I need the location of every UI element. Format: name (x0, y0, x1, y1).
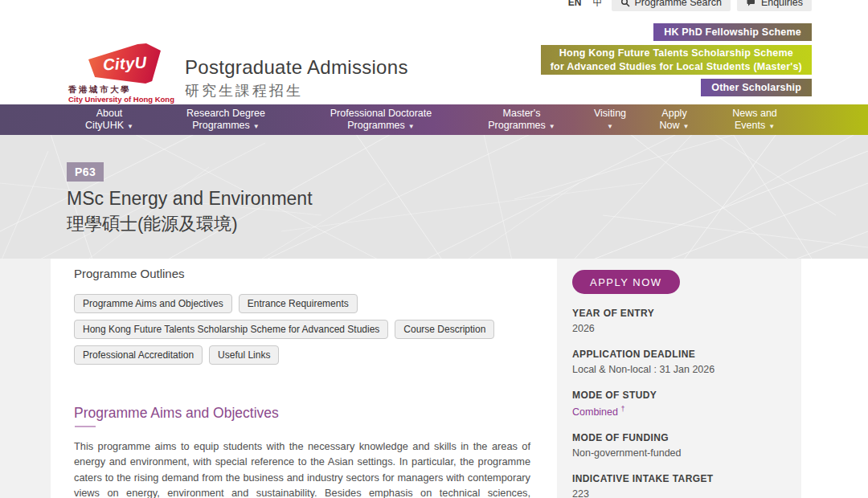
scholarship-banner-stack: HK PhD Fellowship Scheme Hong Kong Futur… (541, 23, 812, 96)
section-heading-aims-objectives: Programme Aims and Objectives (74, 405, 279, 422)
nav-label: Research Degree (186, 108, 265, 120)
nav-label: About (96, 108, 123, 120)
programme-code-badge: P63 (67, 162, 104, 182)
language-zh-link[interactable]: 中 (591, 0, 605, 10)
programme-aims-paragraph: This programme aims to equip students wi… (74, 439, 530, 498)
field-indicative-intake-target: INDICATIVE INTAKE TARGET 223 (572, 473, 786, 498)
future-talents-line2: for Advanced Studies for Local Students … (551, 61, 802, 72)
cityu-logo-chinese-name: 香港城市大學 (68, 84, 131, 96)
outline-button-professional-accreditation[interactable]: Professional Accreditation (74, 345, 203, 365)
apply-now-button[interactable]: APPLY NOW (572, 270, 680, 294)
field-value: 223 (572, 488, 786, 498)
nav-label: Programmes▼ (347, 120, 414, 133)
nav-label: Programmes▼ (192, 120, 259, 133)
enquiries-button[interactable]: Enquiries (737, 0, 812, 11)
programme-title: MSc Energy and Environment (67, 188, 313, 210)
left-gutter (0, 259, 51, 498)
programme-search-label: Programme Search (635, 0, 722, 8)
field-label: MODE OF FUNDING (572, 432, 786, 443)
programme-hero-banner: P63 MSc Energy and Environment 理學碩士(能源及環… (0, 135, 868, 259)
chevron-down-icon: ▼ (549, 123, 555, 130)
field-value: 2026 (572, 323, 786, 334)
nav-label: News and (732, 108, 777, 120)
nav-label: ▼ (607, 120, 613, 133)
dagger-footnote-marker: † (620, 405, 624, 413)
future-talents-scholarship-button[interactable]: Hong Kong Future Talents Scholarship Sch… (541, 45, 812, 75)
other-scholarship-button[interactable]: Other Scholarship (701, 79, 812, 96)
chevron-down-icon: ▼ (253, 123, 260, 130)
field-value: Local & Non-local : 31 Jan 2026 (572, 364, 786, 375)
outline-button-useful-links[interactable]: Useful Links (209, 345, 279, 365)
search-icon (620, 0, 630, 7)
field-value: Combined † (572, 405, 786, 418)
nav-label: Visiting (594, 108, 626, 120)
content-area: Programme Outlines Programme Aims and Ob… (0, 259, 868, 498)
outline-button-aims-objectives[interactable]: Programme Aims and Objectives (74, 294, 232, 313)
programme-title-chinese: 理學碩士(能源及環境) (67, 212, 238, 236)
nav-item-visiting[interactable]: Visiting ▼ (594, 104, 626, 135)
outline-button-entrance-requirements[interactable]: Entrance Requirements (239, 294, 358, 313)
outline-button-course-description[interactable]: Course Description (395, 320, 494, 339)
nav-item-about-cityuhk[interactable]: About CityUHK▼ (85, 104, 133, 135)
nav-label: Professional Doctorate (330, 108, 432, 120)
nav-label: Events▼ (735, 120, 775, 133)
cityu-logo-mark: CityU (88, 43, 161, 84)
nav-label: Programmes▼ (488, 120, 555, 133)
chevron-down-icon: ▼ (607, 123, 613, 130)
cityu-logo-english-name: City University of Hong Kong (68, 95, 174, 104)
outline-button-future-talents-scholarship[interactable]: Hong Kong Future Talents Scholarship Sch… (74, 320, 388, 339)
programme-outlines-heading: Programme Outlines (74, 267, 185, 280)
nav-item-research-degree-programmes[interactable]: Research Degree Programmes▼ (186, 104, 265, 135)
nav-item-apply-now[interactable]: Apply Now▼ (660, 104, 690, 135)
page: EN 中 Programme Search Enquiries HK PhD F… (0, 0, 868, 498)
field-mode-of-funding: MODE OF FUNDING Non-government-funded (572, 432, 786, 459)
chevron-down-icon: ▼ (683, 123, 690, 130)
nav-label: Apply (661, 108, 686, 120)
programme-info-sidebar: APPLY NOW YEAR OF ENTRY 2026 APPLICATION… (557, 259, 801, 498)
nav-label: Master's (503, 108, 541, 120)
section-heading-underline (75, 426, 96, 427)
nav-label: CityUHK▼ (85, 120, 133, 133)
programme-search-button[interactable]: Programme Search (612, 0, 731, 11)
field-year-of-entry: YEAR OF ENTRY 2026 (572, 308, 786, 334)
chevron-down-icon: ▼ (127, 123, 133, 130)
speech-bubble-icon (746, 0, 756, 7)
hk-phd-fellowship-button[interactable]: HK PhD Fellowship Scheme (653, 23, 812, 41)
programme-outline-buttons: Programme Aims and Objectives Entrance R… (74, 294, 550, 365)
field-value: Non-government-funded (572, 447, 786, 459)
nav-item-news-and-events[interactable]: News and Events▼ (732, 104, 777, 135)
programme-info-fields: YEAR OF ENTRY 2026 APPLICATION DEADLINE … (572, 308, 786, 498)
top-utility-bar: EN 中 Programme Search Enquiries (566, 0, 812, 11)
field-label: APPLICATION DEADLINE (572, 349, 786, 360)
main-navigation: About CityUHK▼ Research Degree Programme… (0, 104, 868, 135)
field-label: YEAR OF ENTRY (572, 308, 786, 319)
chevron-down-icon: ▼ (768, 123, 775, 130)
field-label: MODE OF STUDY (572, 390, 786, 401)
nav-label: Now▼ (660, 120, 690, 133)
chevron-down-icon: ▼ (408, 123, 415, 130)
nav-item-professional-doctorate-programmes[interactable]: Professional Doctorate Programmes▼ (330, 104, 432, 135)
site-title: Postgraduate Admissions (185, 56, 408, 79)
nav-item-masters-programmes[interactable]: Master's Programmes▼ (488, 104, 555, 135)
enquiries-label: Enquiries (761, 0, 803, 8)
field-label: INDICATIVE INTAKE TARGET (572, 473, 786, 484)
future-talents-line1: Hong Kong Future Talents Scholarship Sch… (559, 47, 793, 59)
field-mode-of-study: MODE OF STUDY Combined † (572, 390, 786, 418)
language-en-link[interactable]: EN (566, 0, 584, 8)
field-application-deadline: APPLICATION DEADLINE Local & Non-local :… (572, 349, 786, 375)
site-title-chinese: 研究生課程招生 (185, 81, 303, 100)
